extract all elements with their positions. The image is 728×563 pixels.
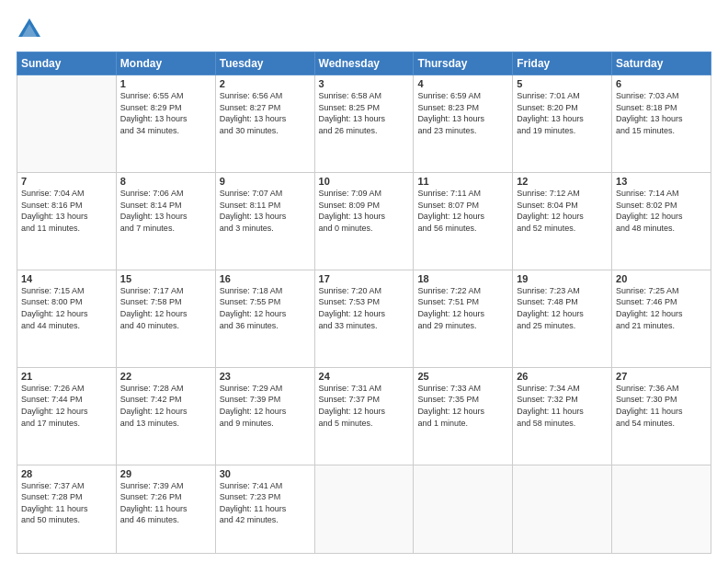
calendar-cell: 28Sunrise: 7:37 AM Sunset: 7:28 PM Dayli… <box>17 465 117 553</box>
calendar-cell: 11Sunrise: 7:11 AM Sunset: 8:07 PM Dayli… <box>414 172 513 270</box>
day-number: 2 <box>220 78 311 89</box>
day-number: 16 <box>220 273 311 284</box>
calendar-cell: 30Sunrise: 7:41 AM Sunset: 7:23 PM Dayli… <box>215 465 314 553</box>
day-info: Sunrise: 7:15 AM Sunset: 8:00 PM Dayligh… <box>21 285 112 331</box>
calendar-cell <box>314 465 414 553</box>
calendar-cell: 9Sunrise: 7:07 AM Sunset: 8:11 PM Daylig… <box>215 172 314 270</box>
day-number: 23 <box>220 371 311 382</box>
calendar-cell: 4Sunrise: 6:59 AM Sunset: 8:23 PM Daylig… <box>414 75 513 173</box>
day-number: 17 <box>319 273 410 284</box>
day-number: 7 <box>21 176 112 187</box>
day-info: Sunrise: 7:29 AM Sunset: 7:39 PM Dayligh… <box>220 383 311 429</box>
day-number: 10 <box>319 176 410 187</box>
calendar-table: SundayMondayTuesdayWednesdayThursdayFrid… <box>17 52 711 554</box>
day-info: Sunrise: 7:34 AM Sunset: 7:32 PM Dayligh… <box>517 383 608 429</box>
day-info: Sunrise: 7:14 AM Sunset: 8:02 PM Dayligh… <box>616 188 707 234</box>
calendar-cell: 15Sunrise: 7:17 AM Sunset: 7:58 PM Dayli… <box>116 270 215 367</box>
day-info: Sunrise: 7:31 AM Sunset: 7:37 PM Dayligh… <box>319 383 410 429</box>
header-row: SundayMondayTuesdayWednesdayThursdayFrid… <box>17 52 711 75</box>
day-info: Sunrise: 7:03 AM Sunset: 8:18 PM Dayligh… <box>616 90 707 136</box>
day-info: Sunrise: 6:59 AM Sunset: 8:23 PM Dayligh… <box>417 90 508 136</box>
day-number: 1 <box>120 78 211 89</box>
calendar-cell: 1Sunrise: 6:55 AM Sunset: 8:29 PM Daylig… <box>116 75 215 173</box>
day-number: 21 <box>21 371 112 382</box>
calendar-cell: 13Sunrise: 7:14 AM Sunset: 8:02 PM Dayli… <box>612 172 711 270</box>
calendar-cell <box>414 465 513 553</box>
calendar-cell <box>17 75 117 173</box>
calendar-cell: 16Sunrise: 7:18 AM Sunset: 7:55 PM Dayli… <box>215 270 314 367</box>
calendar-cell: 23Sunrise: 7:29 AM Sunset: 7:39 PM Dayli… <box>215 367 314 465</box>
calendar-cell: 2Sunrise: 6:56 AM Sunset: 8:27 PM Daylig… <box>215 75 314 173</box>
day-info: Sunrise: 7:39 AM Sunset: 7:26 PM Dayligh… <box>120 480 211 526</box>
calendar-cell: 14Sunrise: 7:15 AM Sunset: 8:00 PM Dayli… <box>17 270 117 367</box>
logo <box>17 17 46 42</box>
day-number: 27 <box>616 371 707 382</box>
day-header-friday: Friday <box>513 52 612 75</box>
calendar-cell: 29Sunrise: 7:39 AM Sunset: 7:26 PM Dayli… <box>116 465 215 553</box>
day-number: 30 <box>220 468 311 479</box>
day-info: Sunrise: 6:58 AM Sunset: 8:25 PM Dayligh… <box>319 90 410 136</box>
calendar-body: 1Sunrise: 6:55 AM Sunset: 8:29 PM Daylig… <box>17 75 711 554</box>
week-row-5: 28Sunrise: 7:37 AM Sunset: 7:28 PM Dayli… <box>17 465 711 553</box>
day-number: 9 <box>220 176 311 187</box>
day-header-wednesday: Wednesday <box>314 52 414 75</box>
day-number: 6 <box>616 78 707 89</box>
day-header-monday: Monday <box>116 52 215 75</box>
day-info: Sunrise: 7:09 AM Sunset: 8:09 PM Dayligh… <box>319 188 410 234</box>
calendar-cell: 6Sunrise: 7:03 AM Sunset: 8:18 PM Daylig… <box>612 75 711 173</box>
week-row-3: 14Sunrise: 7:15 AM Sunset: 8:00 PM Dayli… <box>17 270 711 367</box>
header <box>17 17 711 42</box>
calendar-cell: 7Sunrise: 7:04 AM Sunset: 8:16 PM Daylig… <box>17 172 117 270</box>
calendar-cell: 25Sunrise: 7:33 AM Sunset: 7:35 PM Dayli… <box>414 367 513 465</box>
day-info: Sunrise: 7:37 AM Sunset: 7:28 PM Dayligh… <box>21 480 112 526</box>
day-info: Sunrise: 7:18 AM Sunset: 7:55 PM Dayligh… <box>220 285 311 331</box>
day-number: 25 <box>417 371 508 382</box>
day-info: Sunrise: 7:01 AM Sunset: 8:20 PM Dayligh… <box>517 90 608 136</box>
calendar-cell: 10Sunrise: 7:09 AM Sunset: 8:09 PM Dayli… <box>314 172 414 270</box>
calendar-cell: 26Sunrise: 7:34 AM Sunset: 7:32 PM Dayli… <box>513 367 612 465</box>
calendar-cell: 17Sunrise: 7:20 AM Sunset: 7:53 PM Dayli… <box>314 270 414 367</box>
page: SundayMondayTuesdayWednesdayThursdayFrid… <box>0 0 728 563</box>
day-info: Sunrise: 7:17 AM Sunset: 7:58 PM Dayligh… <box>120 285 211 331</box>
calendar-cell: 5Sunrise: 7:01 AM Sunset: 8:20 PM Daylig… <box>513 75 612 173</box>
day-number: 13 <box>616 176 707 187</box>
calendar-cell: 18Sunrise: 7:22 AM Sunset: 7:51 PM Dayli… <box>414 270 513 367</box>
day-info: Sunrise: 7:06 AM Sunset: 8:14 PM Dayligh… <box>120 188 211 234</box>
calendar-cell: 22Sunrise: 7:28 AM Sunset: 7:42 PM Dayli… <box>116 367 215 465</box>
day-number: 3 <box>319 78 410 89</box>
day-info: Sunrise: 7:22 AM Sunset: 7:51 PM Dayligh… <box>417 285 508 331</box>
day-header-thursday: Thursday <box>414 52 513 75</box>
day-info: Sunrise: 7:20 AM Sunset: 7:53 PM Dayligh… <box>319 285 410 331</box>
day-info: Sunrise: 7:07 AM Sunset: 8:11 PM Dayligh… <box>220 188 311 234</box>
day-info: Sunrise: 7:33 AM Sunset: 7:35 PM Dayligh… <box>417 383 508 429</box>
calendar-cell <box>513 465 612 553</box>
day-info: Sunrise: 7:36 AM Sunset: 7:30 PM Dayligh… <box>616 383 707 429</box>
day-number: 18 <box>417 273 508 284</box>
day-info: Sunrise: 7:23 AM Sunset: 7:48 PM Dayligh… <box>517 285 608 331</box>
day-info: Sunrise: 7:11 AM Sunset: 8:07 PM Dayligh… <box>417 188 508 234</box>
day-number: 19 <box>517 273 608 284</box>
day-info: Sunrise: 7:26 AM Sunset: 7:44 PM Dayligh… <box>21 383 112 429</box>
day-number: 12 <box>517 176 608 187</box>
day-info: Sunrise: 7:28 AM Sunset: 7:42 PM Dayligh… <box>120 383 211 429</box>
day-number: 5 <box>517 78 608 89</box>
day-header-saturday: Saturday <box>612 52 711 75</box>
day-number: 8 <box>120 176 211 187</box>
day-info: Sunrise: 6:56 AM Sunset: 8:27 PM Dayligh… <box>220 90 311 136</box>
day-number: 26 <box>517 371 608 382</box>
calendar-cell: 24Sunrise: 7:31 AM Sunset: 7:37 PM Dayli… <box>314 367 414 465</box>
day-header-sunday: Sunday <box>17 52 117 75</box>
day-number: 28 <box>21 468 112 479</box>
week-row-2: 7Sunrise: 7:04 AM Sunset: 8:16 PM Daylig… <box>17 172 711 270</box>
calendar-cell: 8Sunrise: 7:06 AM Sunset: 8:14 PM Daylig… <box>116 172 215 270</box>
day-number: 11 <box>417 176 508 187</box>
day-info: Sunrise: 6:55 AM Sunset: 8:29 PM Dayligh… <box>120 90 211 136</box>
day-number: 15 <box>120 273 211 284</box>
day-number: 29 <box>120 468 211 479</box>
calendar-header: SundayMondayTuesdayWednesdayThursdayFrid… <box>17 52 711 75</box>
week-row-1: 1Sunrise: 6:55 AM Sunset: 8:29 PM Daylig… <box>17 75 711 173</box>
logo-icon <box>17 17 42 42</box>
calendar-cell: 27Sunrise: 7:36 AM Sunset: 7:30 PM Dayli… <box>612 367 711 465</box>
calendar-cell: 3Sunrise: 6:58 AM Sunset: 8:25 PM Daylig… <box>314 75 414 173</box>
day-number: 20 <box>616 273 707 284</box>
